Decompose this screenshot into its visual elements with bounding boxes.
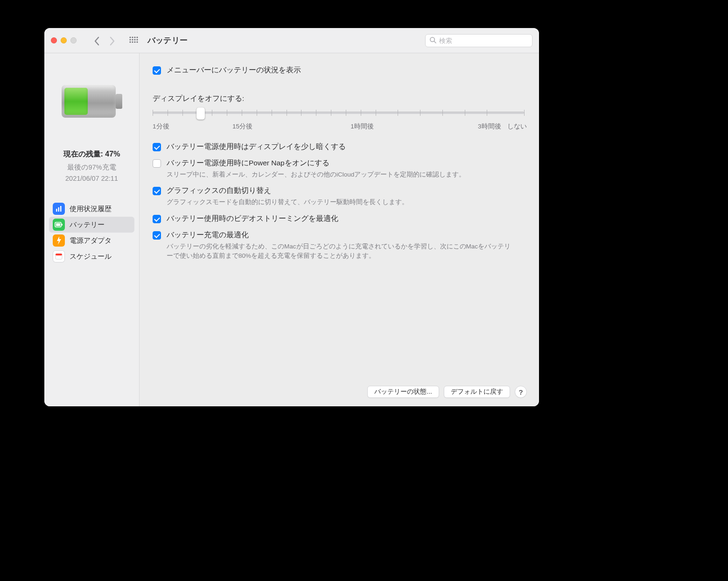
last-charge-timestamp: 2021/06/07 22:11	[47, 175, 136, 182]
back-button[interactable]	[94, 36, 99, 45]
slider-tick	[301, 110, 301, 116]
slider-tick	[465, 110, 465, 116]
slider-tick	[331, 110, 331, 116]
sidebar-item-0[interactable]: 使用状況履歴	[49, 201, 134, 217]
svg-point-3	[136, 36, 138, 38]
svg-point-1	[132, 36, 133, 38]
show-in-menubar-checkbox[interactable]	[153, 66, 161, 75]
svg-point-0	[129, 36, 131, 38]
slider-tick	[168, 110, 168, 116]
sidebar-item-label: スケジュール	[70, 252, 112, 261]
sidebar-item-label: 使用状況履歴	[70, 205, 112, 213]
svg-rect-15	[58, 207, 60, 212]
display-off-title: ディスプレイをオフにする:	[153, 94, 527, 104]
sidebar-item-label: バッテリー	[70, 220, 105, 229]
svg-point-11	[136, 41, 138, 43]
zoom-window-button[interactable]	[70, 37, 77, 43]
slider-tick	[420, 110, 420, 116]
option-row-4: バッテリー充電の最適化バッテリーの劣化を軽減するため、このMacが日ごろどのよう…	[153, 230, 527, 261]
sidebar-nav: 使用状況履歴バッテリー電源アダプタスケジュール	[44, 201, 139, 264]
restore-defaults-button[interactable]: デフォルトに戻す	[444, 386, 510, 398]
option-row-3: バッテリー使用時のビデオストリーミングを最適化	[153, 214, 527, 224]
search-field[interactable]	[425, 34, 532, 47]
option-checkbox-1[interactable]	[153, 159, 161, 168]
slider-tick	[346, 110, 346, 116]
slider-tick	[242, 110, 242, 116]
footer-buttons: バッテリーの状態... デフォルトに戻す ?	[153, 380, 527, 398]
slider-tick-label: 1分後	[153, 122, 169, 131]
slider-tick	[398, 110, 398, 116]
slider-tick	[524, 110, 525, 116]
show-all-prefs-button[interactable]	[127, 34, 140, 47]
slider-tick-label: 3時間後	[478, 122, 501, 131]
option-description: スリープ中に、新着メール、カレンダー、およびその他のiCloudアップデートを定…	[167, 170, 465, 179]
slider-tick	[487, 110, 487, 116]
svg-point-10	[134, 41, 135, 43]
slider-tick	[182, 110, 183, 116]
slider-tick-label: 15分後	[232, 122, 252, 131]
forward-button[interactable]	[109, 36, 114, 45]
svg-rect-18	[56, 223, 60, 226]
main-panel: メニューバーにバッテリーの状況を表示 ディスプレイをオフにする: 1分後15分後…	[140, 53, 539, 406]
show-in-menubar-label: メニューバーにバッテリーの状況を表示	[167, 65, 301, 75]
slider-tick	[361, 110, 361, 116]
usage-history-icon	[53, 203, 65, 215]
battery-large-icon	[62, 85, 122, 118]
slider-tick-label: 1時間後	[350, 122, 374, 131]
sidebar-item-label: 電源アダプタ	[70, 236, 112, 245]
minimize-window-button[interactable]	[61, 37, 67, 43]
battery-health-button[interactable]: バッテリーの状態...	[367, 386, 439, 398]
svg-point-7	[136, 39, 138, 40]
option-checkbox-3[interactable]	[153, 215, 161, 223]
display-off-slider-labels: 1分後15分後1時間後3時間後しない	[153, 122, 527, 132]
svg-point-2	[134, 36, 135, 38]
search-icon	[429, 36, 436, 45]
battery-icon	[53, 219, 65, 231]
titlebar: バッテリー	[44, 28, 539, 53]
help-button[interactable]: ?	[515, 386, 527, 398]
option-checkbox-4[interactable]	[153, 231, 161, 240]
option-label: バッテリー使用時のビデオストリーミングを最適化	[167, 214, 338, 224]
option-label: バッテリー電源使用時はディスプレイを少し暗くする	[167, 142, 346, 152]
option-checkbox-2[interactable]	[153, 187, 161, 195]
search-input[interactable]	[439, 37, 528, 44]
slider-knob[interactable]	[196, 107, 205, 120]
svg-point-4	[129, 39, 131, 40]
slider-tick	[257, 110, 257, 116]
power-adapter-icon	[53, 234, 65, 247]
last-charge-label: 最後の97%充電	[47, 163, 136, 172]
svg-point-8	[129, 41, 131, 43]
battery-hero	[44, 53, 139, 121]
option-label: バッテリー電源使用時にPower Napをオンにする	[167, 158, 465, 168]
svg-point-9	[132, 41, 133, 43]
body: 現在の残量: 47% 最後の97%充電 2021/06/07 22:11 使用状…	[44, 53, 539, 406]
svg-rect-21	[56, 254, 62, 255]
svg-rect-14	[56, 209, 57, 212]
sidebar-item-1[interactable]: バッテリー	[49, 217, 134, 233]
option-label: グラフィックスの自動切り替え	[167, 186, 408, 196]
option-row-1: バッテリー電源使用時にPower Napをオンにするスリープ中に、新着メール、カ…	[153, 158, 527, 179]
sidebar-item-3[interactable]: スケジュール	[49, 248, 134, 264]
battery-status-block: 現在の残量: 47% 最後の97%充電 2021/06/07 22:11	[44, 149, 139, 182]
svg-point-5	[132, 39, 133, 40]
option-checkbox-0[interactable]	[153, 143, 161, 151]
slider-tick	[287, 110, 287, 116]
slider-tick	[316, 110, 316, 116]
svg-line-13	[434, 41, 436, 43]
slider-tick	[376, 110, 376, 116]
slider-tick	[442, 110, 443, 116]
close-window-button[interactable]	[51, 37, 57, 43]
nav-arrows	[94, 36, 114, 45]
sidebar: 現在の残量: 47% 最後の97%充電 2021/06/07 22:11 使用状…	[44, 53, 140, 406]
slider-tick	[272, 110, 272, 116]
option-label: バッテリー充電の最適化	[167, 230, 512, 240]
option-row-0: バッテリー電源使用時はディスプレイを少し暗くする	[153, 142, 527, 152]
window-controls	[51, 37, 77, 43]
svg-rect-19	[62, 224, 63, 226]
option-description: グラフィックスモードを自動的に切り替えて、バッテリー駆動時間を長くします。	[167, 198, 408, 207]
sidebar-item-2[interactable]: 電源アダプタ	[49, 233, 134, 248]
option-row-2: グラフィックスの自動切り替えグラフィックスモードを自動的に切り替えて、バッテリー…	[153, 186, 527, 207]
display-off-slider[interactable]	[153, 106, 524, 120]
option-description: バッテリーの劣化を軽減するため、このMacが日ごろどのように充電されているかを学…	[167, 242, 512, 261]
show-in-menubar-row: メニューバーにバッテリーの状況を表示	[153, 65, 527, 75]
